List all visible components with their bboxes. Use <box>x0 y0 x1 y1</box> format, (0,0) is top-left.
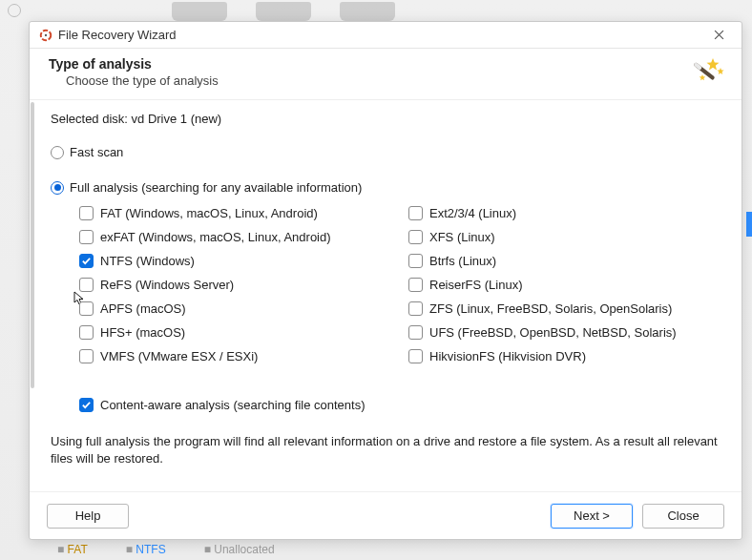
checkbox-icon <box>408 206 423 220</box>
analysis-description: Using full analysis the program will fin… <box>51 433 719 467</box>
window-title: File Recovery Wizard <box>58 28 177 42</box>
checkbox-icon <box>408 325 423 340</box>
checkbox-reiserfs[interactable]: ReiserFS (Linux) <box>408 278 719 292</box>
svg-point-1 <box>45 33 47 35</box>
bg-disk-icons <box>172 2 395 21</box>
app-icon <box>39 29 52 42</box>
checkbox-icon <box>79 398 94 412</box>
checkbox-apfs[interactable]: APFS (macOS) <box>79 301 389 316</box>
radio-fast-label: Fast scan <box>70 145 123 159</box>
checkbox-icon <box>79 301 94 316</box>
next-button[interactable]: Next > <box>551 504 633 529</box>
checkbox-icon <box>408 278 423 292</box>
checkbox-ufs[interactable]: UFS (FreeBSD, OpenBSD, NetBSD, Solaris) <box>408 325 719 340</box>
checkbox-btrfs[interactable]: Btrfs (Linux) <box>408 254 719 268</box>
radio-full-label: Full analysis (searching for any availab… <box>70 180 362 195</box>
radio-fast-scan[interactable]: Fast scan <box>51 145 719 159</box>
checkbox-icon <box>79 325 94 340</box>
close-button[interactable] <box>705 24 732 47</box>
svg-marker-4 <box>700 74 706 80</box>
page-title: Type of analysis <box>49 56 722 72</box>
scroll-thumb[interactable] <box>31 102 34 388</box>
checkbox-icon <box>79 206 94 220</box>
close-footer-button[interactable]: Close <box>642 504 724 529</box>
status-ntfs: NTFS <box>136 543 165 556</box>
checkbox-icon <box>408 254 423 268</box>
checkbox-content-aware[interactable]: Content-aware analysis (searching file c… <box>79 398 719 412</box>
checkbox-exfat[interactable]: exFAT (Windows, macOS, Linux, Android) <box>79 230 389 244</box>
svg-marker-3 <box>717 68 723 74</box>
status-fat: FAT <box>68 543 88 556</box>
wizard-body: Selected disk: vd Drive 1 (new) Fast sca… <box>30 100 742 491</box>
checkbox-ext[interactable]: Ext2/3/4 (Linux) <box>408 206 719 220</box>
title-bar: File Recovery Wizard <box>30 22 742 49</box>
checkbox-icon <box>408 349 423 363</box>
status-unallocated: Unallocated <box>214 543 274 556</box>
selected-disk-label: Selected disk: vd Drive 1 (new) <box>51 112 719 126</box>
checkbox-vmfs[interactable]: VMFS (VMware ESX / ESXi) <box>79 349 389 363</box>
radio-icon <box>51 146 64 159</box>
status-bar: ■ FAT ■ NTFS ■ Unallocated <box>0 541 752 558</box>
checkbox-icon <box>79 349 94 363</box>
checkbox-icon <box>79 230 94 244</box>
wizard-dialog: File Recovery Wizard Type of analysis Ch… <box>29 21 742 540</box>
filesystem-grid: FAT (Windows, macOS, Linux, Android) Ext… <box>79 206 719 363</box>
page-subtitle: Choose the type of analysis <box>66 73 722 88</box>
radio-icon <box>51 181 64 195</box>
help-button[interactable]: Help <box>47 504 129 529</box>
checkbox-xfs[interactable]: XFS (Linux) <box>408 230 719 244</box>
checkbox-hikvisionfs[interactable]: HikvisionFS (Hikvision DVR) <box>408 349 719 363</box>
svg-marker-2 <box>707 58 720 70</box>
checkbox-icon <box>79 254 94 268</box>
checkbox-hfs[interactable]: HFS+ (macOS) <box>79 325 389 340</box>
checkbox-ntfs[interactable]: NTFS (Windows) <box>79 254 389 268</box>
checkbox-refs[interactable]: ReFS (Windows Server) <box>79 278 389 292</box>
checkbox-icon <box>79 278 94 292</box>
wand-icon <box>679 54 724 97</box>
wizard-footer: Help Next > Close <box>30 491 742 539</box>
radio-full-analysis[interactable]: Full analysis (searching for any availab… <box>51 180 719 195</box>
checkbox-icon <box>408 230 423 244</box>
checkbox-zfs[interactable]: ZFS (Linux, FreeBSD, Solaris, OpenSolari… <box>408 301 719 316</box>
wizard-header: Type of analysis Choose the type of anal… <box>30 49 742 100</box>
bg-circle-icon <box>8 4 21 17</box>
checkbox-icon <box>408 301 423 316</box>
checkbox-fat[interactable]: FAT (Windows, macOS, Linux, Android) <box>79 206 389 220</box>
bg-selection-bar <box>746 212 752 237</box>
